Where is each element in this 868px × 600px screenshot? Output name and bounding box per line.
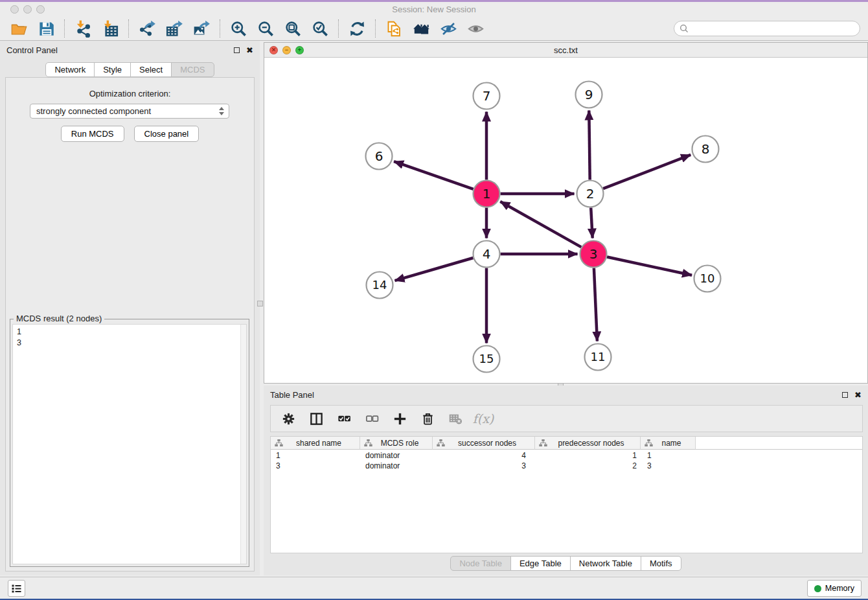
table-panel: Table Panel f(x) shared nameMCDS rolesuc…: [264, 386, 868, 575]
import-network-button[interactable]: [69, 19, 97, 39]
columns-button[interactable]: [305, 408, 327, 429]
tab-mcds[interactable]: MCDS: [171, 62, 214, 77]
float-table-panel-icon[interactable]: [842, 392, 848, 398]
node-3[interactable]: 3: [580, 241, 607, 268]
edge-4-14[interactable]: [395, 258, 474, 281]
cell-mcds-role[interactable]: dominator: [360, 451, 433, 461]
network-canvas-container[interactable]: 1234678910111415: [264, 58, 867, 383]
mcds-result-text: 1 3: [13, 325, 246, 351]
tab-motifs[interactable]: Motifs: [641, 556, 681, 571]
node-1[interactable]: 1: [474, 181, 500, 207]
node-8[interactable]: 8: [692, 136, 719, 163]
tab-style[interactable]: Style: [94, 62, 131, 77]
edge-3-11[interactable]: [594, 268, 597, 341]
home-button[interactable]: [407, 19, 435, 39]
net-window-close-icon[interactable]: ✕: [269, 46, 278, 54]
close-panel-icon[interactable]: [246, 46, 253, 54]
table-row-1[interactable]: 1dominator411: [271, 451, 862, 461]
edge-2-9[interactable]: [589, 111, 589, 180]
hide-graphics-button[interactable]: [435, 19, 462, 39]
edge-2-3[interactable]: [591, 208, 593, 238]
tree-icon: [645, 439, 653, 447]
node-14[interactable]: 14: [367, 272, 393, 299]
node-11[interactable]: 11: [585, 344, 611, 371]
column-header-mcds-role[interactable]: MCDS role: [360, 437, 433, 450]
cell-name[interactable]: 1: [641, 451, 696, 461]
open-session-button[interactable]: [5, 19, 32, 39]
settings-button[interactable]: [277, 408, 299, 429]
edge-3-1[interactable]: [500, 202, 581, 247]
node-2[interactable]: 2: [577, 181, 604, 207]
cell-predecessor-nodes[interactable]: 2: [535, 461, 641, 472]
table-tabs: Node TableEdge TableNetwork TableMotifs: [264, 556, 868, 571]
node-7[interactable]: 7: [474, 83, 500, 110]
search-box[interactable]: [674, 21, 860, 36]
column-header-shared-name[interactable]: shared name: [271, 437, 360, 450]
table-row-2[interactable]: 3dominator323: [271, 461, 862, 472]
select-all-button[interactable]: [333, 408, 355, 429]
svg-text:7: 7: [483, 88, 491, 104]
tab-network-table[interactable]: Network Table: [570, 556, 641, 571]
tab-edge-table[interactable]: Edge Table: [510, 556, 571, 571]
memory-button[interactable]: Memory: [807, 580, 862, 597]
criterion-select[interactable]: strongly connected component: [30, 104, 229, 119]
minimize-window-icon[interactable]: [23, 5, 32, 14]
node-6[interactable]: 6: [366, 143, 393, 170]
zoom-out-button[interactable]: [252, 19, 279, 39]
net-window-minimize-icon[interactable]: −: [282, 46, 291, 54]
export-image-button[interactable]: [188, 19, 215, 39]
mcds-result-area[interactable]: 1 3: [12, 324, 247, 564]
zoom-in-button[interactable]: [225, 19, 252, 39]
cell-name[interactable]: 3: [641, 461, 696, 472]
toolbar-separator: [128, 19, 129, 38]
node-4[interactable]: 4: [474, 241, 500, 268]
save-session-button[interactable]: [32, 19, 60, 39]
network-canvas[interactable]: 1234678910111415: [264, 58, 867, 384]
cell-shared-name[interactable]: 1: [271, 451, 360, 461]
float-panel-icon[interactable]: [234, 47, 240, 53]
close-window-icon[interactable]: [10, 5, 19, 14]
column-header-predecessor-nodes[interactable]: predecessor nodes: [535, 437, 641, 450]
add-row-button[interactable]: [389, 408, 411, 429]
export-network-button[interactable]: [133, 19, 161, 39]
vertical-splitter-handle[interactable]: [257, 301, 263, 306]
tab-node-table[interactable]: Node Table: [450, 556, 511, 571]
delete-table-button: [444, 408, 466, 429]
column-header-name[interactable]: name: [641, 437, 696, 450]
tree-icon: [275, 439, 283, 447]
search-input[interactable]: [692, 24, 854, 33]
zoom-selected-button[interactable]: [306, 19, 334, 39]
run-mcds-button[interactable]: Run MCDS: [61, 126, 124, 142]
node-15[interactable]: 15: [474, 346, 500, 373]
unselect-all-button[interactable]: [361, 408, 383, 429]
result-scrollbar[interactable]: [240, 325, 246, 564]
close-table-panel-icon[interactable]: [854, 391, 862, 399]
column-header-successor-nodes[interactable]: successor nodes: [433, 437, 535, 450]
cell-mcds-role[interactable]: dominator: [360, 461, 433, 472]
edge-1-6[interactable]: [394, 161, 474, 189]
edge-3-10[interactable]: [607, 257, 692, 275]
edge-2-8[interactable]: [603, 155, 691, 189]
export-table-button[interactable]: [161, 19, 188, 39]
zoom-fit-button[interactable]: [279, 19, 306, 39]
svg-text:14: 14: [372, 278, 387, 292]
delete-row-button[interactable]: [417, 408, 439, 429]
import-table-button[interactable]: [97, 19, 124, 39]
node-9[interactable]: 9: [576, 82, 602, 108]
new-network-button[interactable]: [380, 19, 407, 39]
table-toolbar: f(x): [270, 405, 863, 432]
settings-icon: [281, 411, 296, 426]
tab-network[interactable]: Network: [45, 62, 95, 77]
zoom-window-icon[interactable]: [36, 5, 45, 14]
cell-successor-nodes[interactable]: 3: [433, 461, 535, 472]
cell-shared-name[interactable]: 3: [271, 461, 360, 472]
node-10[interactable]: 10: [694, 266, 721, 292]
task-history-button[interactable]: [8, 580, 25, 597]
cell-successor-nodes[interactable]: 4: [433, 451, 535, 461]
close-panel-button[interactable]: Close panel: [134, 126, 200, 142]
cell-predecessor-nodes[interactable]: 1: [535, 451, 641, 461]
tab-select[interactable]: Select: [130, 62, 172, 77]
refresh-button[interactable]: [343, 19, 371, 39]
net-window-zoom-icon[interactable]: +: [295, 46, 304, 54]
show-graphics-button[interactable]: [462, 19, 489, 39]
